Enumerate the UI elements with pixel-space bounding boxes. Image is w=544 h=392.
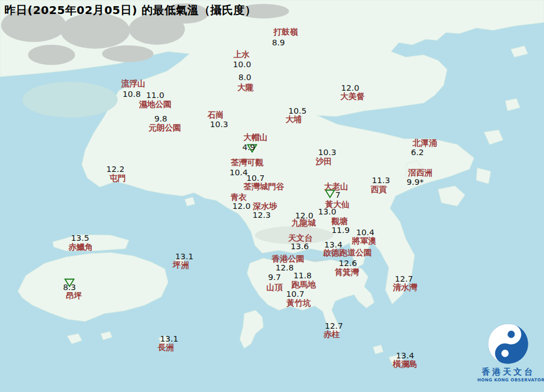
station-label: 赤鱲角 xyxy=(68,242,93,253)
station-value: 10.0 xyxy=(233,60,251,69)
station-label: 昂坪 xyxy=(66,291,82,301)
station-label: 黃大仙 xyxy=(325,199,350,210)
station-value: 11.9 xyxy=(332,226,350,235)
station-label: 大帽山 xyxy=(243,132,268,143)
station-value: 10.3 xyxy=(210,120,228,129)
station-label: 清水灣 xyxy=(393,282,417,293)
station-label: 屯門 xyxy=(110,173,126,184)
station-label: 青衣 xyxy=(231,192,247,203)
station-label: 石崗 xyxy=(208,110,224,120)
station-label: 香港公園 xyxy=(272,254,304,264)
station-value: 12.8 xyxy=(276,263,294,272)
station-label: 深水埗 xyxy=(253,201,277,212)
station-label: 將軍澳 xyxy=(352,236,376,246)
station-label: 打鼓嶺 xyxy=(273,27,298,38)
station-label: 啟德跑道公園 xyxy=(323,248,372,258)
station-label: 筲箕灣 xyxy=(334,267,359,278)
station-value: 10.4 xyxy=(230,168,248,177)
station-value: 8.0 xyxy=(238,73,251,82)
station-value: 12.3 xyxy=(253,211,271,220)
station-label: 大隴 xyxy=(238,82,254,93)
hko-logo-name-zh: 香港天文台 xyxy=(477,367,539,377)
station-label: 山頂 xyxy=(267,282,283,293)
hko-logo-name-en: HONG KONG OBSERVATORY xyxy=(477,377,539,382)
deep-bay-shallows xyxy=(22,82,118,118)
station-label: 九龍城 xyxy=(291,218,316,228)
weather-map-screen: 昨日(2025年02月05日) 的最低氣溫（攝氏度） 8.9打鼓嶺10.0上水8… xyxy=(0,0,544,392)
station-label: 大美督 xyxy=(340,91,365,102)
station-label: 橫瀾島 xyxy=(393,359,417,370)
station-label: 荃灣可觀 xyxy=(231,157,263,168)
station-value: 10.8 xyxy=(123,90,141,99)
station-label: 天文台 xyxy=(288,233,313,244)
station-label: 上水 xyxy=(234,49,250,60)
station-label: 跑馬地 xyxy=(291,279,316,290)
station-label: 大埔 xyxy=(286,114,302,125)
hko-logo-icon xyxy=(487,323,529,365)
station-label: 赤柱 xyxy=(324,329,340,340)
station-value: 6.2 xyxy=(411,148,424,157)
station-label: 荃灣城門谷 xyxy=(244,181,285,192)
station-label: 北潭涌 xyxy=(412,138,437,148)
station-label: 觀塘 xyxy=(332,216,348,227)
station-label: 滘西洲 xyxy=(408,167,433,178)
station-value: 9.7 xyxy=(268,273,281,282)
station-label: 元朗公園 xyxy=(148,123,181,133)
station-value: 9.9* xyxy=(407,178,424,186)
station-label: 黃竹坑 xyxy=(286,298,311,309)
station-value: 12.0 xyxy=(233,202,250,211)
station-label: 沙田 xyxy=(316,156,332,167)
station-label: 坪洲 xyxy=(173,260,189,270)
station-label: 流浮山 xyxy=(121,78,146,89)
station-value: 4.9 xyxy=(242,143,255,152)
hko-logo: 香港天文台 HONG KONG OBSERVATORY xyxy=(477,323,539,382)
page-title: 昨日(2025年02月05日) 的最低氣溫（攝氏度） xyxy=(4,3,257,17)
station-label: 大老山 xyxy=(324,181,348,192)
hong-kong-map xyxy=(0,0,544,392)
station-label: 濕地公園 xyxy=(139,99,171,110)
station-label: 西貢 xyxy=(371,184,387,195)
station-value: 8.9 xyxy=(272,38,285,47)
station-label: 長洲 xyxy=(158,342,174,353)
